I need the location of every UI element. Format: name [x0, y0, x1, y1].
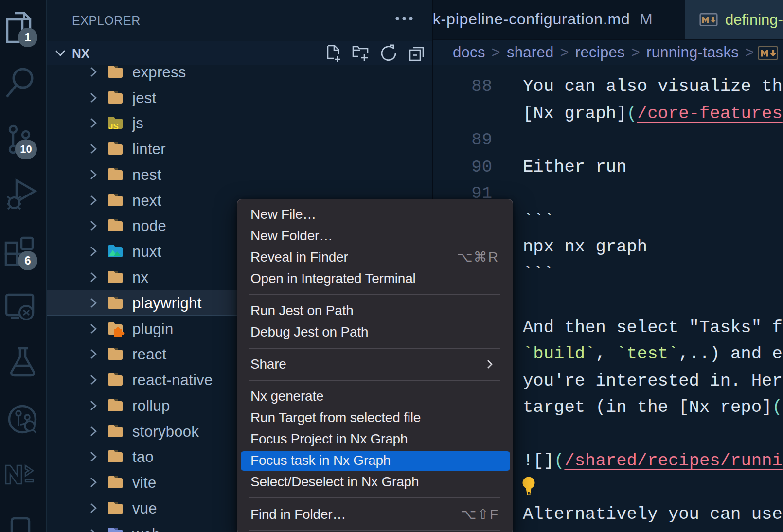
- svg-text:JS: JS: [108, 122, 119, 130]
